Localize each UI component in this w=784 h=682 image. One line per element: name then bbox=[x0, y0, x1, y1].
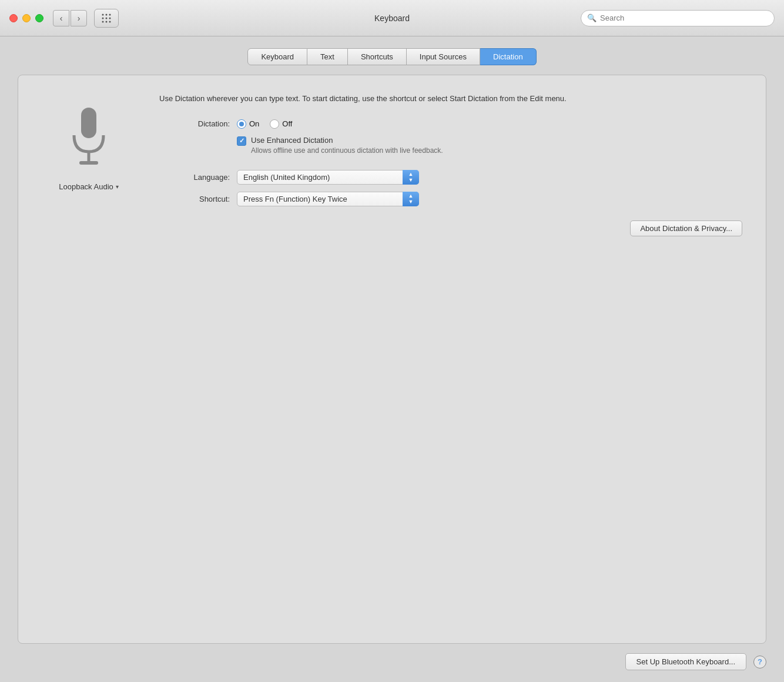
setup-bluetooth-button[interactable]: Set Up Bluetooth Keyboard... bbox=[625, 653, 746, 670]
maximize-button[interactable] bbox=[35, 14, 43, 22]
titlebar: ‹ › Keyboard 🔍 bbox=[0, 0, 784, 36]
tab-keyboard[interactable]: Keyboard bbox=[247, 48, 307, 65]
dictation-radio-group: On Off bbox=[237, 119, 292, 129]
dictation-settings: Use Dictation wherever you can type text… bbox=[159, 93, 742, 213]
panel-footer: About Dictation & Privacy... bbox=[42, 220, 742, 236]
enhanced-subtext: Allows offline use and continuous dictat… bbox=[251, 146, 443, 156]
radio-on[interactable] bbox=[237, 119, 246, 129]
language-select[interactable]: English (United Kingdom) bbox=[237, 170, 419, 185]
svg-point-2 bbox=[109, 14, 111, 15]
tab-text[interactable]: Text bbox=[307, 48, 348, 65]
grid-icon bbox=[101, 13, 112, 24]
enhanced-dictation-checkbox[interactable] bbox=[237, 136, 246, 146]
back-button[interactable]: ‹ bbox=[53, 10, 69, 26]
forward-button[interactable]: › bbox=[71, 10, 87, 26]
shortcut-select-wrapper: Press Fn (Function) Key Twice ▲ ▼ bbox=[237, 192, 419, 206]
help-button[interactable]: ? bbox=[753, 656, 766, 668]
radio-off[interactable] bbox=[270, 119, 279, 129]
svg-point-0 bbox=[102, 14, 104, 15]
language-select-wrapper: English (United Kingdom) ▲ ▼ bbox=[237, 170, 419, 185]
enhanced-label: Use Enhanced Dictation bbox=[251, 136, 443, 145]
svg-point-3 bbox=[102, 17, 104, 19]
dictation-toggle-row: Dictation: On Off bbox=[159, 119, 742, 129]
main-content: Keyboard Text Shortcuts Input Sources Di… bbox=[0, 36, 784, 682]
microphone-icon bbox=[65, 105, 112, 169]
tab-shortcuts[interactable]: Shortcuts bbox=[348, 48, 407, 65]
svg-rect-11 bbox=[79, 161, 98, 165]
svg-point-5 bbox=[109, 17, 111, 19]
svg-point-8 bbox=[109, 21, 111, 22]
search-input[interactable] bbox=[600, 14, 768, 22]
tab-bar: Keyboard Text Shortcuts Input Sources Di… bbox=[18, 48, 766, 65]
search-bar[interactable]: 🔍 bbox=[581, 10, 775, 26]
shortcut-select[interactable]: Press Fn (Function) Key Twice bbox=[237, 192, 419, 206]
dictation-label: Dictation: bbox=[159, 119, 230, 128]
settings-panel: Loopback Audio ▾ Use Dictation wherever … bbox=[18, 75, 766, 644]
mic-source-selector[interactable]: Loopback Audio ▾ bbox=[59, 182, 119, 191]
svg-point-4 bbox=[106, 17, 108, 19]
about-dictation-button[interactable]: About Dictation & Privacy... bbox=[630, 220, 742, 236]
enhanced-dictation-row: Use Enhanced Dictation Allows offline us… bbox=[237, 136, 742, 156]
svg-point-7 bbox=[106, 21, 108, 22]
app-grid-button[interactable] bbox=[94, 9, 119, 28]
dictation-off-option[interactable]: Off bbox=[270, 119, 292, 129]
close-button[interactable] bbox=[9, 14, 18, 22]
description-text: Use Dictation wherever you can type text… bbox=[159, 93, 742, 105]
enhanced-dictation-text: Use Enhanced Dictation Allows offline us… bbox=[251, 136, 443, 156]
svg-point-6 bbox=[102, 21, 104, 22]
search-icon: 🔍 bbox=[587, 14, 597, 22]
language-row: Language: English (United Kingdom) ▲ ▼ bbox=[159, 170, 742, 185]
window-title: Keyboard bbox=[374, 14, 410, 23]
svg-point-1 bbox=[106, 14, 108, 15]
footer-bar: Set Up Bluetooth Keyboard... ? bbox=[18, 644, 766, 670]
dictation-on-option[interactable]: On bbox=[237, 119, 259, 129]
shortcut-row: Shortcut: Press Fn (Function) Key Twice … bbox=[159, 192, 742, 206]
tab-input-sources[interactable]: Input Sources bbox=[407, 48, 480, 65]
mic-area: Loopback Audio ▾ bbox=[42, 93, 136, 213]
nav-buttons: ‹ › bbox=[53, 10, 87, 26]
chevron-down-icon: ▾ bbox=[116, 183, 119, 190]
tab-dictation[interactable]: Dictation bbox=[480, 48, 537, 65]
minimize-button[interactable] bbox=[22, 14, 31, 22]
shortcut-label: Shortcut: bbox=[159, 195, 230, 203]
language-label: Language: bbox=[159, 173, 230, 182]
traffic-lights bbox=[9, 14, 43, 22]
svg-rect-9 bbox=[81, 108, 96, 138]
